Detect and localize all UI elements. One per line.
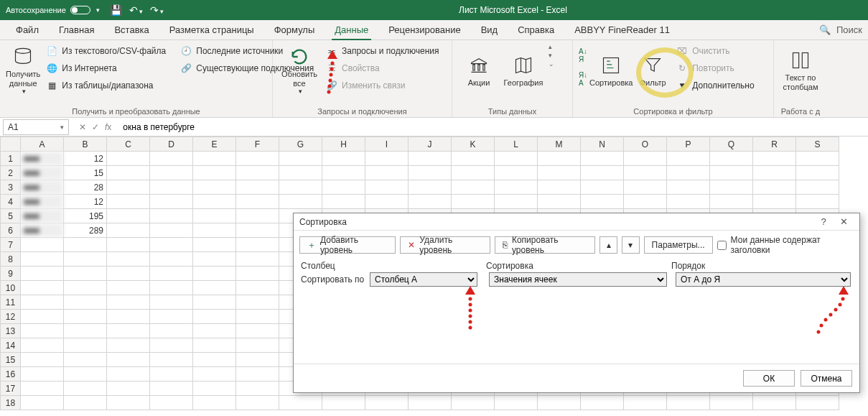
cell[interactable] (495, 396, 538, 410)
select-all-corner[interactable] (1, 137, 21, 152)
cell[interactable] (150, 166, 193, 180)
from-text-csv-button[interactable]: 📄Из текстового/CSV-файла (43, 43, 169, 59)
cell[interactable] (193, 195, 236, 209)
cell[interactable] (796, 166, 839, 180)
row-header[interactable]: 1 (1, 152, 21, 166)
queries-connections-button[interactable]: ⫘Запросы и подключения (323, 43, 442, 59)
move-up-button[interactable]: ▴ (599, 236, 617, 254)
cell[interactable] (624, 152, 667, 166)
advanced-filter-button[interactable]: ▼Дополнительно (673, 78, 757, 93)
cell[interactable] (279, 166, 322, 180)
cell[interactable]: 289 (64, 223, 107, 238)
cell[interactable] (365, 166, 409, 180)
row-header[interactable]: 17 (1, 382, 21, 396)
column-header-J[interactable]: J (409, 137, 452, 152)
column-header-G[interactable]: G (279, 137, 322, 152)
tab-view[interactable]: Вид (471, 22, 508, 40)
cell[interactable] (581, 396, 624, 410)
cell[interactable] (150, 223, 193, 238)
cell[interactable] (64, 281, 107, 295)
cell[interactable] (236, 281, 279, 295)
cell[interactable] (21, 281, 64, 295)
cell[interactable] (624, 195, 667, 209)
cell[interactable] (21, 267, 64, 281)
chevron-up-icon[interactable]: ▴ (549, 43, 554, 50)
name-box[interactable]: A1 ▾ (3, 119, 69, 135)
row-header[interactable]: 10 (1, 281, 21, 295)
cell[interactable] (64, 295, 107, 310)
cell[interactable] (107, 310, 150, 324)
autosave-toggle[interactable]: Автосохранение ▾ (6, 6, 100, 14)
undo-icon[interactable]: ↶▾ (129, 4, 143, 16)
cell[interactable] (193, 209, 236, 223)
cell[interactable] (667, 180, 710, 195)
cell[interactable] (21, 338, 64, 353)
cell[interactable] (193, 382, 236, 396)
tab-page-layout[interactable]: Разметка страницы (159, 22, 264, 40)
row-header[interactable]: 8 (1, 252, 21, 267)
move-down-button[interactable]: ▾ (622, 236, 640, 254)
cell[interactable] (236, 152, 279, 166)
toggle-switch-icon[interactable] (70, 6, 90, 14)
cell[interactable] (236, 324, 279, 338)
cell[interactable] (236, 367, 279, 382)
copy-level-button[interactable]: ⎘Копировать уровень (495, 236, 596, 254)
cell[interactable] (107, 166, 150, 180)
row-header[interactable]: 3 (1, 180, 21, 195)
cell[interactable] (667, 166, 710, 180)
cell[interactable]: ■■■ (21, 195, 64, 209)
cell[interactable] (150, 281, 193, 295)
tab-review[interactable]: Рецензирование (378, 22, 470, 40)
cell[interactable] (107, 238, 150, 252)
cell[interactable] (107, 281, 150, 295)
cell[interactable] (21, 382, 64, 396)
cell[interactable] (21, 252, 64, 267)
cell[interactable] (236, 166, 279, 180)
cell[interactable] (753, 152, 796, 166)
row-header[interactable]: 18 (1, 396, 21, 410)
cell[interactable] (710, 396, 753, 410)
cell[interactable] (193, 367, 236, 382)
help-icon[interactable]: ? (813, 216, 834, 227)
cell[interactable] (64, 267, 107, 281)
cell[interactable] (409, 195, 452, 209)
cell[interactable] (452, 152, 495, 166)
tab-help[interactable]: Справка (508, 22, 564, 40)
cell[interactable] (107, 223, 150, 238)
cell[interactable] (21, 367, 64, 382)
column-header-R[interactable]: R (753, 137, 796, 152)
sort-az-icon[interactable]: A↓Я (579, 47, 587, 63)
cell[interactable] (365, 180, 409, 195)
column-header-O[interactable]: O (624, 137, 667, 152)
sort-options-button[interactable]: Параметры... (644, 236, 713, 254)
cell[interactable] (495, 180, 538, 195)
cell[interactable] (150, 338, 193, 353)
cell[interactable] (150, 396, 193, 410)
cell[interactable] (322, 152, 365, 166)
cell[interactable] (365, 396, 409, 410)
cell[interactable] (667, 396, 710, 410)
cell[interactable]: 12 (64, 195, 107, 209)
cell[interactable] (107, 209, 150, 223)
cell[interactable] (21, 238, 64, 252)
cell[interactable] (452, 180, 495, 195)
cell[interactable] (150, 238, 193, 252)
cell[interactable] (538, 152, 581, 166)
save-icon[interactable]: 💾 (110, 4, 122, 16)
cell[interactable] (236, 310, 279, 324)
cell[interactable] (495, 195, 538, 209)
column-header-N[interactable]: N (581, 137, 624, 152)
row-header[interactable]: 2 (1, 166, 21, 180)
cell[interactable] (21, 396, 64, 410)
column-header-D[interactable]: D (150, 137, 193, 152)
enter-formula-icon[interactable]: ✓ (92, 122, 99, 132)
cell[interactable] (796, 152, 839, 166)
cell[interactable] (64, 396, 107, 410)
tab-insert[interactable]: Вставка (104, 22, 159, 40)
cell[interactable] (710, 195, 753, 209)
column-header-L[interactable]: L (495, 137, 538, 152)
cell[interactable] (193, 238, 236, 252)
cell[interactable] (279, 396, 322, 410)
cell[interactable] (279, 180, 322, 195)
cell[interactable] (21, 324, 64, 338)
